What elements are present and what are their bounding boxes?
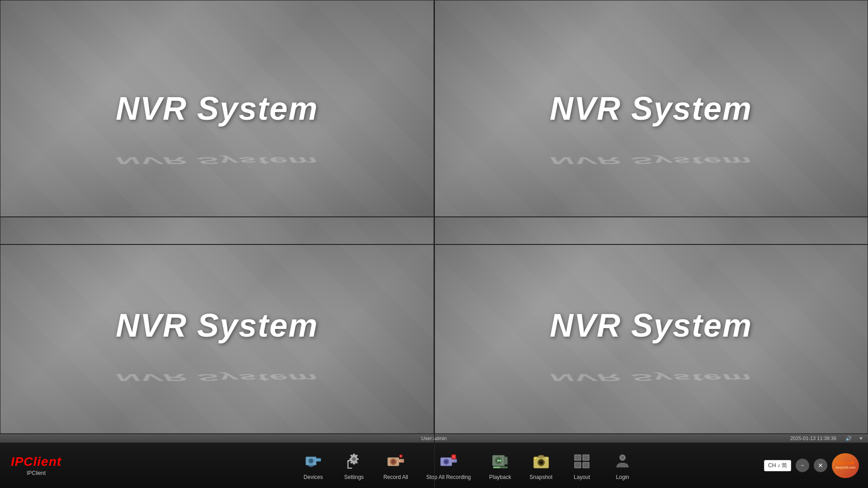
datetime-display: 2025-01-13 11:38:36 [790,436,836,441]
main-toolbar: IPClient IPClient Devices [0,443,868,488]
app-logo: IPClient IPClient [9,455,63,476]
svg-point-2 [310,460,313,463]
toolbar-item-layout[interactable]: Layout [561,447,602,484]
devices-label: Devices [304,474,323,480]
svg-rect-37 [546,458,547,460]
camera-grid: NVR System NVR System NVR System NVR Sys… [0,0,868,434]
toolbar-item-stop-all-recording[interactable]: Stop All Recording [417,447,480,484]
record-all-label: Record All [383,474,408,480]
toolbar-right-controls: CH ♪ 简 － ✕ 草机100网 danji100.com [764,453,859,478]
nvr-label-reflection-2: NVR System [550,155,752,167]
minimize-button[interactable]: － [796,459,809,472]
nvr-label-3: NVR System [116,307,318,344]
svg-rect-27 [505,457,508,465]
svg-rect-23 [453,456,455,458]
toolbar-item-settings[interactable]: Settings [334,447,374,484]
svg-rect-46 [583,463,589,467]
svg-point-19 [444,460,448,464]
camera-cell-2[interactable]: NVR System NVR System [434,0,868,217]
nvr-label-2: NVR System [550,90,752,127]
settings-icon [343,450,365,472]
svg-point-12 [392,460,395,464]
settings-label: Settings [344,474,363,480]
stop-all-recording-label: Stop All Recording [426,474,471,480]
svg-rect-45 [575,463,580,467]
playback-icon [489,450,511,472]
camera-cell-1[interactable]: NVR System NVR System [0,0,434,217]
svg-point-48 [621,456,624,460]
toolbar-item-login[interactable]: Login [602,447,643,484]
toolbar-item-record-all[interactable]: Record All [374,447,417,484]
svg-point-7 [352,457,356,461]
svg-point-16 [400,455,401,457]
record-all-icon [385,450,406,472]
nvr-label-reflection-4: NVR System [550,372,752,384]
svg-rect-44 [583,455,589,460]
camera-cell-3[interactable]: NVR System NVR System [0,217,434,434]
svg-point-35 [540,461,542,464]
layout-icon [571,450,593,472]
svg-rect-6 [310,466,313,467]
svg-rect-36 [538,455,544,458]
svg-rect-43 [575,455,580,460]
ch-button[interactable]: CH ♪ 简 [764,460,791,471]
expand-icon[interactable]: ▼ [859,436,863,441]
app-logo-text: IPClient [11,455,61,469]
svg-point-38 [534,457,537,460]
devices-icon [302,450,324,472]
playback-label: Playback [489,474,511,480]
toolbar-item-playback[interactable]: Playback [480,447,520,484]
nvr-label-1: NVR System [116,90,318,127]
close-button[interactable]: ✕ [814,459,827,472]
camera-cell-4[interactable]: NVR System NVR System [434,217,868,434]
nvr-label-4: NVR System [550,307,752,344]
toolbar-items: Devices Settings [77,447,859,484]
layout-label: Layout [574,474,590,480]
watermark-logo: 草机100网 danji100.com [832,453,859,478]
login-icon [612,450,633,472]
nvr-label-reflection-1: NVR System [116,155,318,167]
stop-all-recording-icon [438,450,459,472]
nvr-label-reflection-3: NVR System [116,372,318,384]
user-info: User:admin [291,436,577,441]
snapshot-label: Snapshot [529,474,552,480]
login-label: Login [616,474,629,480]
toolbar-item-snapshot[interactable]: Snapshot [520,447,561,484]
volume-icon: 🔊 [845,436,852,441]
app-logo-label: IPClient [27,470,46,476]
svg-rect-5 [308,465,314,466]
svg-rect-29 [493,467,500,468]
toolbar-item-devices[interactable]: Devices [293,447,334,484]
snapshot-icon [530,450,552,472]
status-bar: User:admin 2025-01-13 11:38:36 🔊 ▼ [0,434,868,443]
